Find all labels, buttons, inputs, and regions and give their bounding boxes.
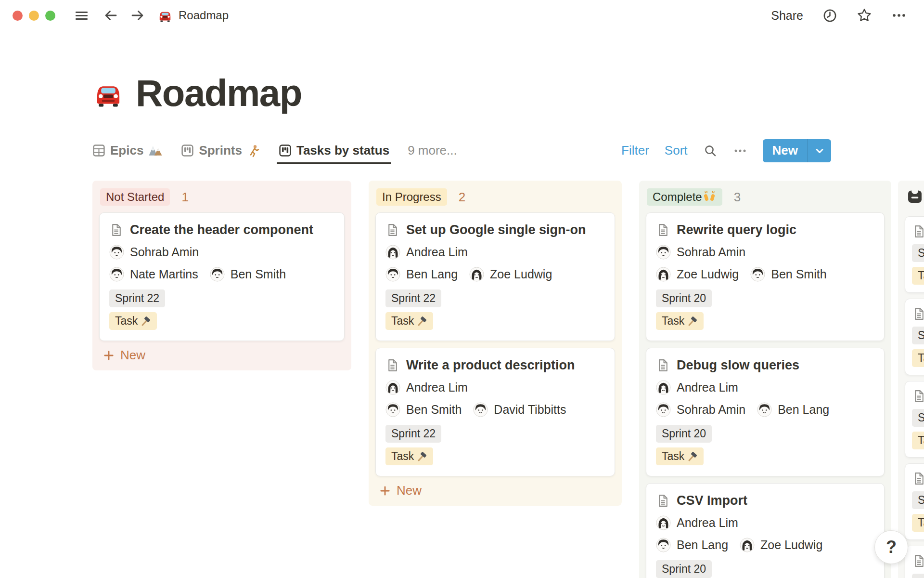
page-document-icon bbox=[109, 223, 123, 237]
forward-arrow-icon[interactable] bbox=[130, 8, 145, 23]
page-document-icon bbox=[912, 554, 924, 568]
assignee-row: Sohrab Amin bbox=[656, 245, 874, 260]
help-button[interactable]: ? bbox=[874, 530, 908, 564]
column-status-badge[interactable]: In Progress bbox=[376, 188, 447, 206]
column-header bbox=[905, 187, 924, 216]
page-document-icon bbox=[656, 358, 670, 372]
add-card-button[interactable]: New bbox=[103, 348, 345, 363]
runner-icon bbox=[247, 144, 260, 158]
assignee: Sohrab Amin bbox=[109, 245, 199, 260]
raised-hands-icon bbox=[702, 190, 717, 204]
task-card[interactable]: Sprint 20 Task bbox=[905, 463, 924, 540]
new-dropdown-chevron-icon[interactable] bbox=[808, 139, 831, 162]
back-arrow-icon[interactable] bbox=[103, 8, 118, 23]
column-header: Not Started 1 bbox=[99, 187, 345, 212]
assignee: Andrea Lim bbox=[656, 380, 738, 395]
assignee: Zoe Ludwig bbox=[656, 267, 739, 282]
avatar bbox=[385, 402, 400, 417]
page-document-icon bbox=[912, 307, 924, 321]
page-document-icon bbox=[656, 223, 670, 237]
task-card[interactable]: Rewrite query logic Sohrab AminZoe Ludwi… bbox=[646, 212, 885, 341]
sprint-tag: Sprint 22 bbox=[385, 289, 441, 307]
view-tab-epics[interactable]: Epics bbox=[92, 137, 163, 164]
view-tab-sprints[interactable]: Sprints bbox=[181, 137, 260, 164]
view-tabbar: Epics Sprints Tasks by status 9 more... … bbox=[92, 137, 831, 164]
page-title[interactable]: Roadmap bbox=[136, 71, 302, 115]
task-card[interactable]: Debug slow queries Andrea LimSohrab Amin… bbox=[646, 348, 885, 476]
assignee-name: Ben Lang bbox=[778, 403, 829, 417]
task-tag: Task bbox=[656, 447, 704, 465]
assignee-name: Zoe Ludwig bbox=[677, 267, 739, 281]
task-card[interactable]: Create the header component Sohrab AminN… bbox=[99, 212, 345, 341]
zoom-window-button[interactable] bbox=[45, 11, 55, 21]
assignee: Ben Lang bbox=[757, 402, 829, 417]
avatar bbox=[656, 380, 671, 395]
task-card[interactable]: Sprint 20 Task bbox=[905, 216, 924, 293]
close-window-button[interactable] bbox=[13, 11, 23, 21]
column-status-badge[interactable]: Complete bbox=[647, 188, 722, 206]
history-clock-icon[interactable] bbox=[822, 8, 837, 23]
task-tag: Task bbox=[656, 312, 704, 330]
avatar bbox=[210, 267, 225, 282]
assignee-name: Andrea Lim bbox=[406, 381, 468, 394]
assignee-row: Ben LangZoe Ludwig bbox=[385, 267, 605, 282]
assignee: Sohrab Amin bbox=[656, 402, 745, 417]
task-card[interactable]: CSV Import Andrea LimBen LangZoe Ludwig … bbox=[646, 483, 885, 578]
page-icon-red-car[interactable] bbox=[92, 78, 124, 109]
assignee-row: Nate MartinsBen Smith bbox=[109, 267, 334, 282]
assignee: Andrea Lim bbox=[385, 380, 468, 395]
card-title: Rewrite query logic bbox=[677, 223, 796, 237]
task-tag: Task bbox=[385, 312, 433, 330]
inbox-tray-icon bbox=[906, 188, 923, 210]
hammer-icon bbox=[416, 451, 427, 462]
avatar bbox=[757, 402, 772, 417]
avatar bbox=[469, 267, 484, 282]
task-tag: Task bbox=[385, 447, 433, 465]
task-card[interactable]: Set up Google single sign-on Andrea LimB… bbox=[375, 212, 615, 341]
board-column: Not Started 1 Create the header componen… bbox=[92, 181, 351, 370]
task-card[interactable]: Sprint 20 Task bbox=[905, 299, 924, 375]
task-card[interactable]: Sprint 20 Task bbox=[905, 381, 924, 458]
page-header: Roadmap bbox=[92, 71, 924, 115]
avatar bbox=[109, 267, 124, 282]
more-views-button[interactable]: 9 more... bbox=[408, 143, 457, 158]
assignee: David Tibbitts bbox=[473, 402, 566, 417]
assignee-name: Sohrab Amin bbox=[677, 245, 745, 259]
more-options-icon[interactable] bbox=[891, 8, 907, 23]
task-card[interactable]: Write a product description Andrea LimBe… bbox=[375, 348, 615, 476]
avatar bbox=[656, 402, 671, 417]
assignee-row: Sohrab Amin bbox=[109, 245, 334, 260]
assignee-name: Sohrab Amin bbox=[130, 245, 199, 259]
assignee: Nate Martins bbox=[109, 267, 198, 282]
sprint-tag: Sprint 20 bbox=[912, 491, 924, 509]
hammer-icon bbox=[416, 315, 427, 327]
favorite-star-icon[interactable] bbox=[857, 8, 872, 23]
assignee-row: Sohrab AminBen Lang bbox=[656, 402, 874, 417]
view-options-icon[interactable] bbox=[733, 144, 747, 158]
sidebar-menu-icon[interactable] bbox=[74, 8, 89, 23]
search-icon[interactable] bbox=[703, 144, 718, 158]
share-button[interactable]: Share bbox=[771, 9, 803, 23]
column-status-badge[interactable]: Not Started bbox=[100, 188, 170, 206]
minimize-window-button[interactable] bbox=[29, 11, 39, 21]
sort-button[interactable]: Sort bbox=[665, 143, 688, 158]
page-document-icon bbox=[912, 389, 924, 403]
view-tab-tasks-by-status[interactable]: Tasks by status bbox=[279, 137, 389, 164]
assignee-row: Andrea Lim bbox=[656, 515, 874, 530]
assignee-name: David Tibbitts bbox=[494, 403, 566, 417]
column-header: In Progress 2 bbox=[375, 187, 615, 212]
assignee: Ben Smith bbox=[750, 267, 826, 282]
assignee: Ben Smith bbox=[385, 402, 462, 417]
kanban-board: Not Started 1 Create the header componen… bbox=[92, 181, 924, 578]
filter-button[interactable]: Filter bbox=[621, 143, 649, 158]
board-icon bbox=[279, 144, 292, 157]
new-button[interactable]: New bbox=[763, 139, 808, 162]
assignee-row: Andrea Lim bbox=[656, 380, 874, 395]
assignee-name: Ben Smith bbox=[406, 403, 462, 417]
assignee-name: Ben Lang bbox=[406, 267, 458, 281]
breadcrumb[interactable]: Roadmap bbox=[157, 8, 229, 23]
task-tag: Task bbox=[109, 312, 157, 330]
hammer-icon bbox=[686, 451, 698, 462]
page-document-icon bbox=[385, 223, 399, 237]
add-card-button[interactable]: New bbox=[379, 483, 615, 498]
